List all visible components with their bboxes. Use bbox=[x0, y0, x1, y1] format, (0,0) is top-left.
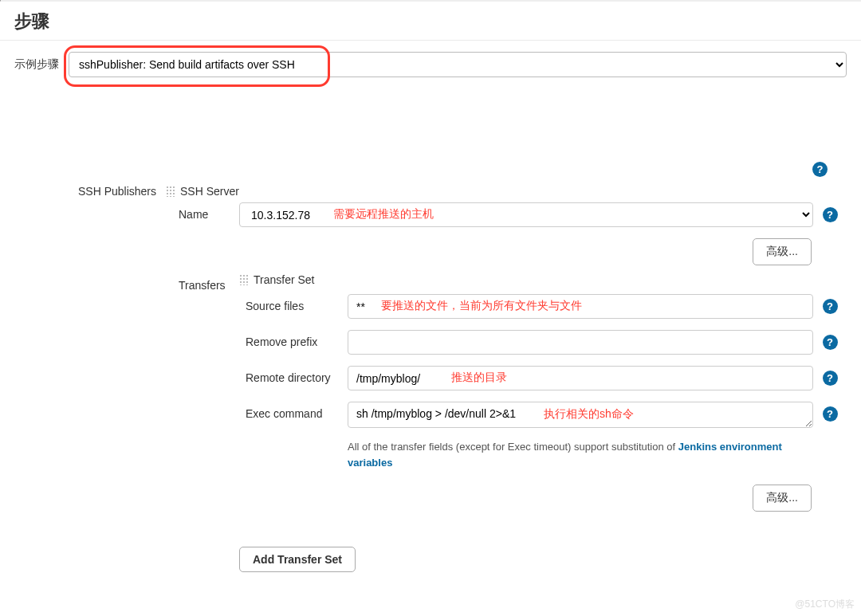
source-files-label: Source files bbox=[246, 294, 348, 312]
help-icon[interactable]: ? bbox=[823, 335, 838, 350]
advanced-button[interactable]: 高级... bbox=[753, 238, 812, 265]
transfers-label: Transfers bbox=[166, 273, 239, 292]
help-icon[interactable]: ? bbox=[823, 371, 838, 386]
advanced-button-2[interactable]: 高级... bbox=[753, 485, 812, 512]
remove-prefix-label: Remove prefix bbox=[246, 330, 348, 348]
drag-handle-icon[interactable] bbox=[166, 186, 175, 197]
help-icon[interactable]: ? bbox=[812, 162, 828, 177]
watermark: @51CTO博客 bbox=[795, 598, 855, 611]
ssh-publishers-label: SSH Publishers bbox=[16, 185, 166, 198]
page-title: 步骤 bbox=[0, 2, 861, 41]
example-step-select[interactable]: sshPublisher: Send build artifacts over … bbox=[69, 52, 847, 77]
name-label: Name bbox=[166, 202, 239, 221]
remote-directory-label: Remote directory bbox=[246, 366, 348, 384]
exec-command-input[interactable] bbox=[348, 402, 813, 428]
exec-command-label: Exec command bbox=[246, 402, 348, 420]
help-icon[interactable]: ? bbox=[823, 299, 838, 314]
example-step-label: 示例步骤 bbox=[14, 52, 69, 72]
help-icon[interactable]: ? bbox=[823, 207, 838, 222]
add-transfer-set-button[interactable]: Add Transfer Set bbox=[239, 547, 356, 572]
server-name-select[interactable]: 10.3.152.78 bbox=[239, 202, 813, 227]
drag-handle-icon[interactable] bbox=[239, 274, 249, 285]
transfer-hint: All of the transfer fields (except for E… bbox=[348, 439, 813, 470]
source-files-input[interactable] bbox=[348, 294, 813, 319]
help-icon[interactable]: ? bbox=[823, 406, 838, 422]
transfer-set-label: Transfer Set bbox=[254, 273, 315, 286]
remove-prefix-input[interactable] bbox=[348, 330, 813, 355]
ssh-server-label: SSH Server bbox=[180, 185, 239, 198]
remote-directory-input[interactable] bbox=[348, 366, 813, 390]
